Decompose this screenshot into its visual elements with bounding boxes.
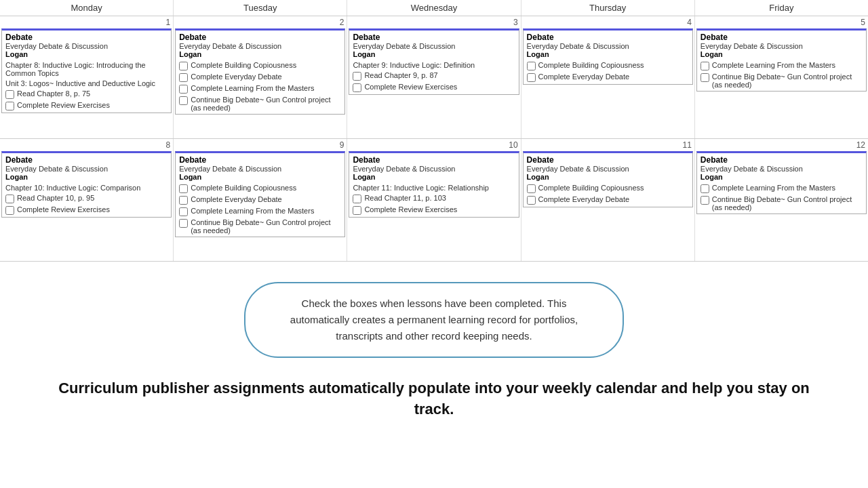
task-checkbox[interactable] — [5, 102, 14, 110]
day-cell-w1-4: 4DebateEveryday Debate & DiscussionLogan… — [521, 16, 695, 138]
task-label: Continue Big Debate~ Gun Control project… — [191, 96, 341, 112]
task-label: Complete Learning From the Masters — [712, 61, 835, 69]
task-checkbox[interactable] — [5, 206, 14, 215]
checkbox-item[interactable]: Complete Review Exercises — [5, 205, 167, 215]
event-person: Logan — [527, 50, 689, 58]
task-checkbox[interactable] — [179, 85, 188, 94]
task-label: Complete Learning From the Masters — [191, 84, 314, 92]
task-checkbox[interactable] — [527, 62, 536, 70]
event-detail-text: Chapter 9: Inductive Logic: Definition — [353, 61, 515, 69]
event-title: Debate — [5, 155, 167, 165]
task-label: Complete Everyday Debate — [538, 195, 630, 203]
task-checkbox[interactable] — [5, 90, 14, 99]
task-checkbox[interactable] — [179, 196, 188, 205]
info-bubble: Check the boxes when lessons have been c… — [244, 282, 624, 358]
bottom-text: Curriculum publisher assignments automat… — [0, 371, 868, 434]
checkbox-item[interactable]: Complete Learning From the Masters — [179, 207, 341, 216]
event-title: Debate — [353, 33, 515, 42]
day-number: 11 — [521, 139, 694, 150]
event-subtitle: Everyday Debate & Discussion — [179, 42, 341, 50]
day-header-monday: Monday — [0, 0, 174, 16]
checkbox-item[interactable]: Complete Review Exercises — [353, 205, 515, 215]
event-block: DebateEveryday Debate & DiscussionLoganC… — [523, 151, 693, 207]
day-number: 5 — [695, 16, 868, 27]
event-detail-text: Chapter 10: Inductive Logic: Comparison — [5, 184, 167, 192]
checkbox-item[interactable]: Continue Big Debate~ Gun Control project… — [701, 73, 863, 89]
day-cell-w2-9: 9DebateEveryday Debate & DiscussionLogan… — [174, 139, 347, 261]
task-checkbox[interactable] — [701, 62, 709, 70]
event-title: Debate — [527, 33, 689, 42]
task-checkbox[interactable] — [179, 207, 188, 216]
task-checkbox[interactable] — [179, 96, 188, 105]
event-detail-text: Chapter 8: Inductive Logic: Introducing … — [5, 61, 167, 77]
task-checkbox[interactable] — [179, 73, 188, 82]
checkbox-item[interactable]: Complete Everyday Debate — [527, 73, 689, 82]
event-person: Logan — [527, 173, 689, 181]
event-block: DebateEveryday Debate & DiscussionLoganC… — [349, 28, 519, 95]
checkbox-item[interactable]: Continue Big Debate~ Gun Control project… — [179, 218, 341, 235]
checkbox-item[interactable]: Complete Learning From the Masters — [701, 61, 863, 70]
day-number: 4 — [521, 16, 694, 27]
checkbox-item[interactable]: Complete Review Exercises — [5, 101, 167, 110]
task-label: Complete Everyday Debate — [191, 195, 282, 203]
checkbox-item[interactable]: Read Chapter 11, p. 103 — [353, 194, 515, 203]
checkbox-item[interactable]: Continue Big Debate~ Gun Control project… — [179, 96, 341, 112]
task-checkbox[interactable] — [527, 73, 536, 82]
task-label: Continue Big Debate~ Gun Control project… — [712, 195, 863, 211]
task-label: Complete Everyday Debate — [538, 73, 630, 81]
day-number: 2 — [174, 16, 347, 27]
event-subtitle: Everyday Debate & Discussion — [5, 165, 167, 173]
checkbox-item[interactable]: Complete Everyday Debate — [179, 73, 341, 82]
event-block: DebateEveryday Debate & DiscussionLoganC… — [696, 151, 867, 214]
task-checkbox[interactable] — [179, 184, 188, 193]
task-label: Complete Building Copiousness — [191, 61, 296, 69]
task-label: Complete Building Copiousness — [538, 61, 644, 69]
event-title: Debate — [527, 155, 689, 165]
day-cell-w1-3: 3DebateEveryday Debate & DiscussionLogan… — [347, 16, 521, 138]
task-checkbox[interactable] — [701, 73, 709, 82]
task-checkbox[interactable] — [527, 184, 536, 193]
day-cell-w2-11: 11DebateEveryday Debate & DiscussionLoga… — [521, 139, 695, 261]
checkbox-item[interactable]: Read Chapter 9, p. 87 — [353, 71, 515, 81]
checkbox-item[interactable]: Read Chapter 10, p. 95 — [5, 194, 167, 203]
event-block: DebateEveryday Debate & DiscussionLoganC… — [523, 28, 693, 85]
task-label: Complete Review Exercises — [17, 101, 110, 109]
day-number: 9 — [174, 139, 347, 150]
task-label: Complete Everyday Debate — [191, 73, 282, 81]
task-checkbox[interactable] — [179, 62, 188, 70]
task-checkbox[interactable] — [353, 195, 361, 203]
task-checkbox[interactable] — [5, 195, 14, 203]
event-person: Logan — [179, 173, 341, 181]
checkbox-item[interactable]: Complete Everyday Debate — [527, 195, 689, 205]
task-label: Complete Building Copiousness — [191, 184, 296, 192]
event-person: Logan — [701, 50, 863, 58]
checkbox-item[interactable]: Complete Building Copiousness — [527, 61, 689, 70]
event-title: Debate — [701, 33, 863, 42]
day-number: 12 — [695, 139, 868, 150]
event-person: Logan — [701, 173, 863, 181]
checkbox-item[interactable]: Complete Everyday Debate — [179, 195, 341, 205]
checkbox-item[interactable]: Complete Building Copiousness — [527, 184, 689, 193]
checkbox-item[interactable]: Complete Learning From the Masters — [179, 84, 341, 94]
event-title: Debate — [353, 155, 515, 165]
task-checkbox[interactable] — [701, 196, 709, 205]
checkbox-item[interactable]: Complete Building Copiousness — [179, 184, 341, 193]
info-bubble-container: Check the boxes when lessons have been c… — [0, 262, 868, 371]
task-checkbox[interactable] — [179, 219, 188, 228]
checkbox-item[interactable]: Complete Review Exercises — [353, 83, 515, 92]
checkbox-item[interactable]: Complete Learning From the Masters — [701, 184, 863, 193]
checkbox-item[interactable]: Continue Big Debate~ Gun Control project… — [701, 195, 863, 211]
task-checkbox[interactable] — [353, 206, 361, 215]
task-checkbox[interactable] — [353, 83, 361, 92]
task-checkbox[interactable] — [353, 72, 361, 81]
event-block: DebateEveryday Debate & DiscussionLoganC… — [1, 151, 172, 218]
task-label: Complete Learning From the Masters — [191, 207, 314, 215]
checkbox-item[interactable]: Read Chapter 8, p. 75 — [5, 89, 167, 99]
checkbox-item[interactable]: Complete Building Copiousness — [179, 61, 341, 70]
task-checkbox[interactable] — [527, 196, 536, 205]
event-block: DebateEveryday Debate & DiscussionLoganC… — [696, 28, 867, 92]
event-person: Logan — [179, 50, 341, 58]
task-label: Complete Building Copiousness — [538, 184, 644, 192]
task-checkbox[interactable] — [701, 184, 709, 193]
day-cell-w1-2: 2DebateEveryday Debate & DiscussionLogan… — [174, 16, 347, 138]
